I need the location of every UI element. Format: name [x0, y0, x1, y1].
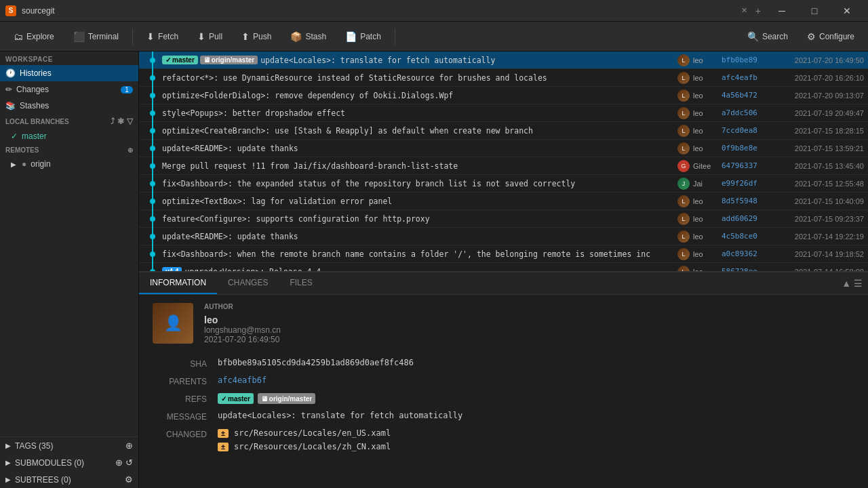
commit-avatar: L: [677, 54, 690, 66]
window-close-button[interactable]: ✕: [831, 0, 863, 22]
branch-manage-icon[interactable]: ✱: [117, 117, 124, 126]
detail-up-icon[interactable]: ▲: [842, 278, 851, 289]
terminal-button[interactable]: ⬛ Terminal: [65, 28, 127, 45]
commit-row[interactable]: fix<Dashboard>: when the remote branch n…: [139, 245, 868, 263]
search-button[interactable]: 🔍 Search: [739, 28, 796, 45]
sidebar-footer: ▶ TAGS (35) ⊕ ▶ SUBMODULES (0) ⊕ ↺ ▶ SUB…: [0, 436, 138, 488]
fetch-button[interactable]: ⬇ Fetch: [138, 28, 186, 45]
submodules-add-icon[interactable]: ⊕: [115, 458, 123, 468]
commit-message: optimize<FolderDialog>: remove dependenc…: [162, 91, 674, 100]
sidebar-item-subtrees[interactable]: ▶ SUBTREES (0) ⚙: [0, 471, 138, 488]
sidebar-item-changes[interactable]: ✏ Changes 1: [0, 81, 138, 98]
refs-label: REFS: [153, 393, 207, 404]
commit-author: leo: [693, 250, 722, 258]
commit-refs: ✓ master🖥 origin/master: [162, 56, 258, 64]
commit-sha: 0f9b8e8e: [722, 144, 766, 152]
commit-author: leo: [693, 74, 722, 82]
tags-action-icon[interactable]: ⊕: [125, 441, 133, 451]
push-label: Push: [253, 32, 271, 41]
ref-origin-icon: 🖥: [261, 395, 268, 403]
changes-label: Changes: [16, 85, 49, 94]
workspace-label: WORKSPACE: [0, 52, 138, 65]
sidebar-item-stashes[interactable]: 📚 Stashes: [0, 98, 138, 114]
window-maximize-button[interactable]: □: [799, 0, 830, 22]
commit-date: 2021-07-20 16:26:10: [766, 74, 864, 82]
commit-author: leo: [693, 144, 722, 152]
gear-icon: ⚙: [807, 31, 816, 42]
sidebar: WORKSPACE 🕐 Histories ✏ Changes 1 📚 Stas…: [0, 52, 139, 488]
commit-list[interactable]: ✓ master🖥 origin/masterupdate<Locales>: …: [139, 52, 868, 271]
titlebar-tab-add[interactable]: +: [755, 5, 761, 16]
remote-item-origin[interactable]: ▶ ● origin: [0, 157, 138, 171]
commit-graph: [143, 52, 162, 69]
commit-row[interactable]: v4.4upgrade<Version>: Release 4.4Lleo586…: [139, 263, 868, 271]
commit-row[interactable]: update<README>: update thanksLleo4c5b8ce…: [139, 228, 868, 245]
branch-filter-icon[interactable]: ▽: [127, 117, 133, 126]
commit-row[interactable]: update<README>: update thanksLleo0f9b8e8…: [139, 140, 868, 157]
commit-row[interactable]: feature<Configure>: supports configurati…: [139, 210, 868, 228]
commit-sha: 4c5b8ce0: [722, 232, 766, 241]
commit-row[interactable]: fix<Dashboard>: the expanded status of t…: [139, 175, 868, 192]
changes-badge: 1: [121, 86, 133, 94]
ref-master-check-icon: ✓: [221, 395, 226, 403]
tab-changes[interactable]: CHANGES: [217, 272, 279, 294]
remotes-header: REMOTES ⊕: [0, 144, 138, 157]
commit-date: 2021-07-20 16:49:50: [766, 56, 864, 64]
window-minimize-button[interactable]: ─: [766, 0, 797, 22]
branch-add-icon[interactable]: ⤴: [111, 117, 115, 126]
commit-row[interactable]: Merge pull request !11 from Jai/fix/dash…: [139, 157, 868, 175]
configure-button[interactable]: ⚙ Configure: [799, 28, 863, 45]
author-label: AUTHOR: [204, 303, 281, 310]
commit-avatar: G: [677, 160, 690, 172]
toolbar-right: 🔍 Search ⚙ Configure: [739, 28, 863, 45]
tab-information[interactable]: INFORMATION: [139, 272, 217, 294]
commit-row[interactable]: ✓ master🖥 origin/masterupdate<Locales>: …: [139, 52, 868, 69]
fetch-label: Fetch: [158, 32, 178, 41]
changed-label: CHANGED: [153, 428, 207, 455]
commit-row[interactable]: optimize<CreateBranch>: use [Stash & Rea…: [139, 122, 868, 140]
tab-files[interactable]: FILES: [279, 272, 323, 294]
subtrees-expand-icon: ▶: [5, 476, 11, 483]
patch-button[interactable]: 📄 Patch: [337, 28, 389, 45]
sidebar-item-submodules[interactable]: ▶ SUBMODULES (0) ⊕ ↺: [0, 454, 138, 471]
detail-menu-icon[interactable]: ☰: [854, 278, 863, 289]
stashes-icon: 📚: [5, 101, 16, 110]
sidebar-item-histories[interactable]: 🕐 Histories: [0, 65, 138, 81]
ref-badge-master: ✓ master: [162, 56, 198, 64]
commit-row[interactable]: optimize<FolderDialog>: remove dependenc…: [139, 87, 868, 104]
parent-sha[interactable]: afc4eafb6f: [218, 375, 267, 386]
local-branches-label: LOCAL BRANCHES: [5, 118, 69, 125]
explore-label: Explore: [26, 32, 54, 41]
commit-avatar: L: [677, 107, 690, 119]
pull-button[interactable]: ⬇ Pull: [189, 28, 231, 45]
toolbar-separator-1: [132, 28, 133, 45]
push-button[interactable]: ⬆ Push: [233, 28, 279, 45]
commit-graph: [143, 87, 162, 104]
commit-row[interactable]: style<Popups>: better dropshadow effectL…: [139, 104, 868, 122]
stashes-label: Stashes: [20, 101, 49, 110]
subtrees-settings-icon[interactable]: ⚙: [125, 474, 133, 485]
commit-author: leo: [693, 215, 722, 223]
ref-origin-label: origin/master: [269, 395, 312, 403]
commit-sha: add60629: [722, 214, 766, 223]
explore-button[interactable]: 🗂 Explore: [5, 28, 62, 45]
histories-label: Histories: [20, 68, 52, 78]
branch-item-master[interactable]: ✓ master: [0, 129, 138, 144]
ref-master-label: master: [228, 395, 250, 403]
commit-row[interactable]: optimize<TextBox>: lag for validation er…: [139, 192, 868, 210]
commit-message: fix<Dashboard>: when the remote branch n…: [162, 249, 674, 259]
remote-add-icon[interactable]: ⊕: [127, 146, 133, 154]
commit-row[interactable]: refactor<*>: use DynamicResource instead…: [139, 69, 868, 87]
file-path-2: src/Resources/Locales/zh_CN.xaml: [234, 442, 391, 451]
stash-button[interactable]: 📦 Stash: [282, 28, 334, 45]
remotes-label: REMOTES: [5, 146, 39, 154]
sidebar-item-tags[interactable]: ▶ TAGS (35) ⊕: [0, 437, 138, 454]
commit-author: Jai: [693, 180, 722, 188]
remote-circle-icon: ●: [22, 159, 26, 169]
submodules-refresh-icon[interactable]: ↺: [125, 458, 133, 468]
parents-label: PARENTS: [153, 375, 207, 386]
author-section: 👤 AUTHOR leo longshuang@msn.cn 2021-07-2…: [153, 303, 854, 344]
changes-icon: ✏: [5, 85, 12, 94]
ref-badge-origin: 🖥 origin/master: [200, 56, 258, 64]
titlebar-tab-close[interactable]: ✕: [741, 6, 747, 15]
